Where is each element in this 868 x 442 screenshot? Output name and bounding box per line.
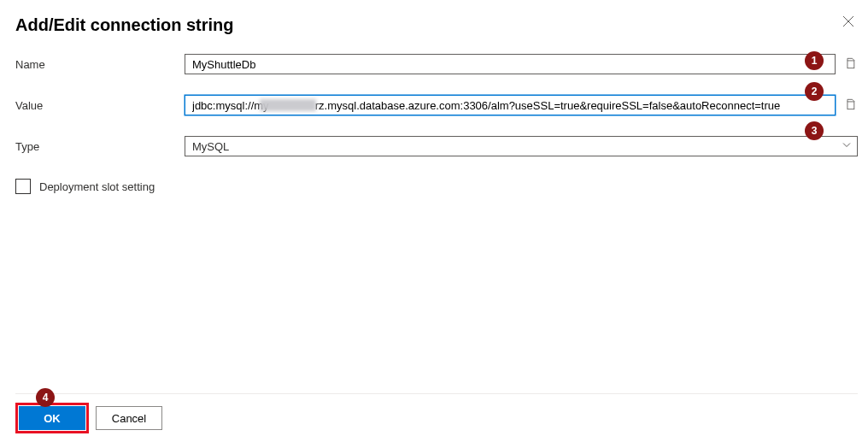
ok-button[interactable]: OK bbox=[19, 406, 85, 430]
type-select[interactable]: MySQL bbox=[185, 136, 858, 156]
name-row: Name bbox=[15, 54, 858, 74]
ok-highlight: OK bbox=[15, 403, 89, 433]
annotation-marker-1: 1 bbox=[805, 51, 824, 70]
annotation-marker-2: 2 bbox=[805, 82, 824, 101]
panel-title: Add/Edit connection string bbox=[15, 15, 234, 35]
deployment-slot-row: Deployment slot setting bbox=[15, 179, 858, 194]
deployment-slot-label: Deployment slot setting bbox=[39, 180, 155, 193]
copy-icon[interactable] bbox=[844, 57, 858, 72]
cancel-button[interactable]: Cancel bbox=[96, 406, 162, 430]
value-label: Value bbox=[15, 99, 185, 112]
panel-header: Add/Edit connection string bbox=[15, 15, 858, 35]
panel-footer: OK Cancel bbox=[15, 393, 858, 442]
chevron-down-icon bbox=[842, 140, 852, 153]
connection-string-panel: Add/Edit connection string Name Value bbox=[0, 0, 868, 442]
name-label: Name bbox=[15, 58, 185, 71]
annotation-marker-3: 3 bbox=[805, 121, 824, 140]
copy-icon[interactable] bbox=[844, 98, 858, 113]
type-selected-value: MySQL bbox=[192, 140, 229, 153]
deployment-slot-checkbox[interactable] bbox=[15, 179, 31, 194]
type-label: Type bbox=[15, 140, 185, 153]
name-input[interactable] bbox=[185, 54, 836, 74]
type-row: Type MySQL bbox=[15, 136, 858, 156]
value-input[interactable] bbox=[185, 95, 836, 115]
svg-rect-1 bbox=[847, 101, 854, 109]
value-row: Value bbox=[15, 95, 858, 115]
annotation-marker-4: 4 bbox=[36, 388, 55, 407]
svg-rect-0 bbox=[847, 60, 854, 68]
form-area: Name Value bbox=[15, 54, 858, 393]
close-icon[interactable] bbox=[842, 15, 858, 30]
